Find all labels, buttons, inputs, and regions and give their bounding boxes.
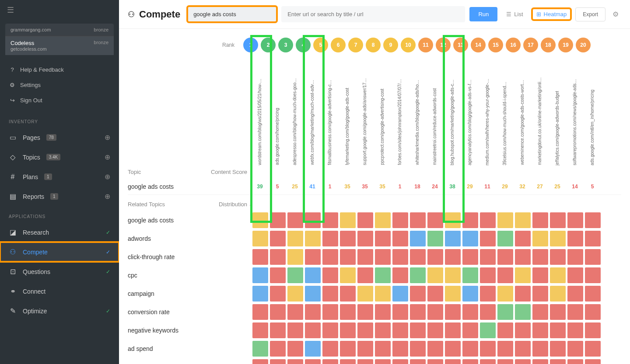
rank-bubble[interactable]: 16 (506, 38, 521, 52)
heatmap-view-toggle[interactable]: ⊞Heatmap (532, 8, 571, 20)
url-cell[interactable]: whitesharkmedia.com/blog/google-ads/ho… (410, 56, 424, 165)
heatmap-cell[interactable] (410, 359, 426, 364)
heatmap-cell[interactable] (497, 304, 513, 320)
heatmap-cell[interactable] (357, 322, 373, 338)
rank-bubble[interactable]: 3 (278, 38, 293, 52)
heatmap-cell[interactable] (445, 249, 461, 265)
heatmap-cell[interactable] (392, 341, 408, 357)
heatmap-cell[interactable] (497, 231, 513, 246)
heatmap-cell[interactable] (270, 249, 286, 265)
heatmap-cell[interactable] (480, 341, 496, 357)
heatmap-cell[interactable] (410, 286, 426, 302)
nav-research[interactable]: ◪ Research ✓ (0, 222, 119, 242)
heatmap-cell[interactable] (497, 249, 513, 265)
menu-icon[interactable]: ☰ (0, 0, 119, 20)
heatmap-cell[interactable] (375, 267, 391, 283)
rank-bubble[interactable]: 5 (313, 38, 328, 52)
nav-reports[interactable]: ▤ Reports 1 ⊕ (0, 187, 119, 206)
heatmap-cell[interactable] (515, 212, 531, 228)
heatmap-cell[interactable] (287, 322, 303, 338)
heatmap-cell[interactable] (550, 322, 566, 338)
content-score-header[interactable]: Content Score (204, 169, 252, 175)
heatmap-cell[interactable] (462, 304, 478, 320)
workspace-item[interactable]: Codeless getcodeless.com bronze (5, 36, 114, 55)
heatmap-cell[interactable] (392, 304, 408, 320)
heatmap-cell[interactable] (585, 341, 601, 357)
heatmap-cell[interactable] (357, 267, 373, 283)
rank-bubble[interactable]: 15 (488, 38, 503, 52)
heatmap-cell[interactable] (305, 249, 321, 265)
help-link[interactable]: ?Help & Feedback (0, 62, 119, 77)
url-cell[interactable]: wordstream.com/blog/ws/2015/05/21/how-… (252, 56, 267, 165)
url-cell[interactable]: adespresso.com/blog/how-much-does-goo… (287, 56, 302, 165)
heatmap-cell[interactable] (462, 322, 478, 338)
heatmap-cell[interactable] (287, 212, 303, 228)
heatmap-cell[interactable] (497, 212, 513, 228)
heatmap-cell[interactable] (410, 304, 426, 320)
heatmap-cell[interactable] (585, 322, 601, 338)
url-input[interactable] (281, 6, 465, 22)
heatmap-cell[interactable] (392, 249, 408, 265)
heatmap-cell[interactable] (480, 267, 496, 283)
heatmap-cell[interactable] (375, 322, 391, 338)
heatmap-cell[interactable] (375, 304, 391, 320)
heatmap-cell[interactable] (550, 231, 566, 246)
heatmap-cell[interactable] (252, 286, 268, 302)
heatmap-cell[interactable] (585, 249, 601, 265)
heatmap-cell[interactable] (287, 267, 303, 283)
heatmap-cell[interactable] (462, 286, 478, 302)
heatmap-cell[interactable] (445, 322, 461, 338)
heatmap-cell[interactable] (532, 304, 548, 320)
rank-bubble[interactable]: 6 (331, 38, 346, 52)
heatmap-cell[interactable] (270, 231, 286, 246)
heatmap-cell[interactable] (357, 286, 373, 302)
heatmap-cell[interactable] (305, 286, 321, 302)
heatmap-cell[interactable] (252, 212, 268, 228)
rank-bubble[interactable]: 19 (558, 38, 573, 52)
heatmap-cell[interactable] (515, 341, 531, 357)
heatmap-cell[interactable] (322, 267, 338, 283)
heatmap-cell[interactable] (567, 304, 583, 320)
heatmap-cell[interactable] (567, 341, 583, 357)
url-cell[interactable]: lyfemarketing.com/blog/google-ads-cost (340, 56, 354, 165)
heatmap-cell[interactable] (340, 304, 356, 320)
heatmap-cell[interactable] (287, 359, 303, 364)
heatmap-cell[interactable] (532, 212, 548, 228)
heatmap-cell[interactable] (427, 322, 443, 338)
heatmap-cell[interactable] (322, 286, 338, 302)
heatmap-cell[interactable] (550, 304, 566, 320)
workspace-item[interactable]: grammargang.com bronze (5, 24, 114, 36)
heatmap-cell[interactable] (445, 341, 461, 357)
heatmap-cell[interactable] (515, 249, 531, 265)
rank-bubble[interactable]: 7 (348, 38, 363, 52)
heatmap-cell[interactable] (497, 359, 513, 364)
rank-bubble[interactable]: 13 (453, 38, 468, 52)
heatmap-cell[interactable] (270, 341, 286, 357)
nav-connect[interactable]: ⚭ Connect (0, 281, 119, 301)
heatmap-cell[interactable] (305, 341, 321, 357)
heatmap-cell[interactable] (480, 286, 496, 302)
list-view-toggle[interactable]: ☰List (502, 8, 527, 20)
nav-compete[interactable]: ⚇ Compete ✓ (0, 242, 119, 262)
heatmap-cell[interactable] (445, 212, 461, 228)
heatmap-cell[interactable] (322, 304, 338, 320)
heatmap-cell[interactable] (532, 359, 548, 364)
heatmap-cell[interactable] (567, 212, 583, 228)
heatmap-cell[interactable] (497, 322, 513, 338)
heatmap-cell[interactable] (252, 322, 268, 338)
heatmap-cell[interactable] (585, 359, 601, 364)
run-button[interactable]: Run (469, 7, 497, 21)
heatmap-cell[interactable] (322, 212, 338, 228)
heatmap-cell[interactable] (357, 249, 373, 265)
heatmap-cell[interactable] (357, 304, 373, 320)
heatmap-cell[interactable] (445, 359, 461, 364)
heatmap-cell[interactable] (427, 304, 443, 320)
heatmap-cell[interactable] (480, 231, 496, 246)
heatmap-cell[interactable] (567, 249, 583, 265)
heatmap-cell[interactable] (480, 249, 496, 265)
add-icon[interactable]: ⊕ (105, 173, 110, 181)
heatmap-cell[interactable] (392, 322, 408, 338)
heatmap-cell[interactable] (392, 212, 408, 228)
heatmap-cell[interactable] (515, 267, 531, 283)
heatmap-cell[interactable] (515, 322, 531, 338)
